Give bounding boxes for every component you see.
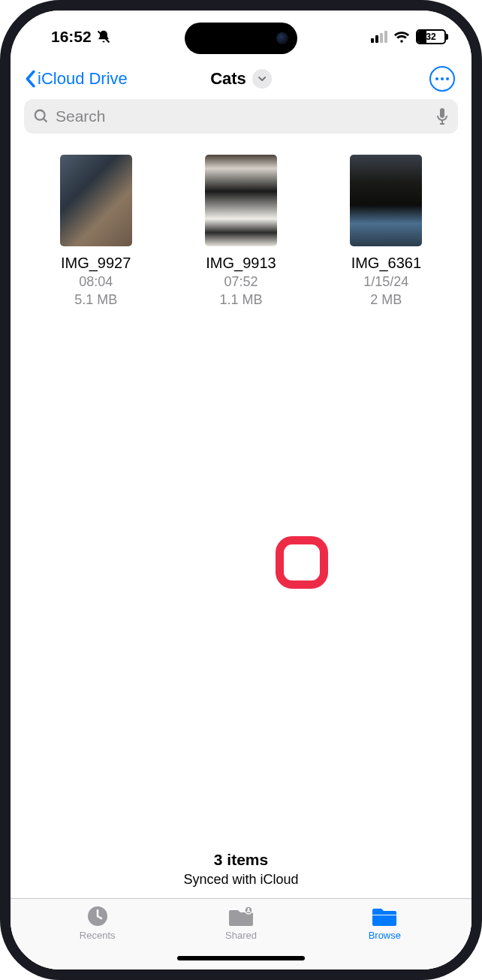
folder-title-button[interactable]: Cats (210, 69, 272, 89)
wifi-icon (393, 30, 410, 44)
tab-browse[interactable]: Browse (351, 905, 418, 941)
item-count: 3 items (11, 851, 471, 869)
tab-label: Recents (80, 930, 116, 941)
tab-recents[interactable]: Recents (64, 905, 131, 941)
file-time: 1/15/24 (363, 273, 408, 291)
silent-bell-icon (96, 29, 111, 44)
back-label: iCloud Drive (38, 69, 128, 89)
folder-icon (372, 905, 397, 927)
search-field[interactable] (24, 99, 458, 134)
annotation-highlight (276, 536, 328, 589)
svg-point-8 (248, 908, 250, 910)
file-time: 07:52 (224, 273, 258, 291)
dynamic-island (185, 23, 297, 54)
file-name: IMG_9913 (206, 254, 276, 273)
tab-label: Shared (225, 930, 257, 941)
status-right: 32 (371, 29, 446, 44)
nav-bar: iCloud Drive Cats (11, 56, 471, 99)
file-name: IMG_6361 (351, 254, 421, 273)
back-button[interactable]: iCloud Drive (24, 69, 128, 89)
status-left: 16:52 (51, 28, 111, 46)
svg-line-2 (44, 119, 47, 122)
shared-folder-icon (228, 905, 254, 927)
sync-status: Synced with iCloud (11, 872, 471, 888)
search-icon (33, 108, 50, 125)
tab-label: Browse (369, 930, 401, 941)
battery-level: 32 (426, 32, 435, 42)
file-item[interactable]: IMG_9927 08:04 5.1 MB (30, 155, 161, 309)
search-input[interactable] (56, 107, 429, 125)
screen: 16:52 32 (11, 11, 471, 969)
file-item[interactable]: IMG_6361 1/15/24 2 MB (321, 155, 452, 309)
chevron-down-icon (252, 69, 272, 89)
chevron-left-icon (24, 70, 36, 88)
svg-rect-3 (440, 108, 444, 118)
home-indicator-area (11, 947, 471, 969)
tab-bar: Recents Shared Browse (11, 898, 471, 947)
more-options-button[interactable] (429, 66, 455, 92)
battery-icon: 32 (416, 29, 446, 44)
file-time: 08:04 (79, 273, 113, 291)
file-grid: IMG_9927 08:04 5.1 MB IMG_9913 07:52 1.1… (11, 141, 471, 317)
device-frame: 16:52 32 (0, 0, 482, 980)
folder-title: Cats (210, 69, 246, 89)
file-thumbnail (350, 155, 422, 246)
search-container (11, 99, 471, 141)
home-indicator[interactable] (177, 956, 305, 960)
footer-info: 3 items Synced with iCloud (11, 851, 471, 898)
microphone-icon[interactable] (435, 107, 449, 125)
file-size: 2 MB (370, 291, 402, 309)
clock-icon (85, 905, 110, 927)
status-time: 16:52 (51, 28, 92, 46)
svg-point-1 (35, 110, 45, 120)
file-size: 5.1 MB (74, 291, 117, 309)
file-item[interactable]: IMG_9913 07:52 1.1 MB (175, 155, 306, 309)
file-thumbnail (205, 155, 277, 246)
tab-shared[interactable]: Shared (207, 905, 275, 941)
file-size: 1.1 MB (219, 291, 262, 309)
cellular-signal-icon (371, 32, 387, 43)
file-name: IMG_9927 (61, 254, 131, 273)
file-thumbnail (60, 155, 132, 246)
